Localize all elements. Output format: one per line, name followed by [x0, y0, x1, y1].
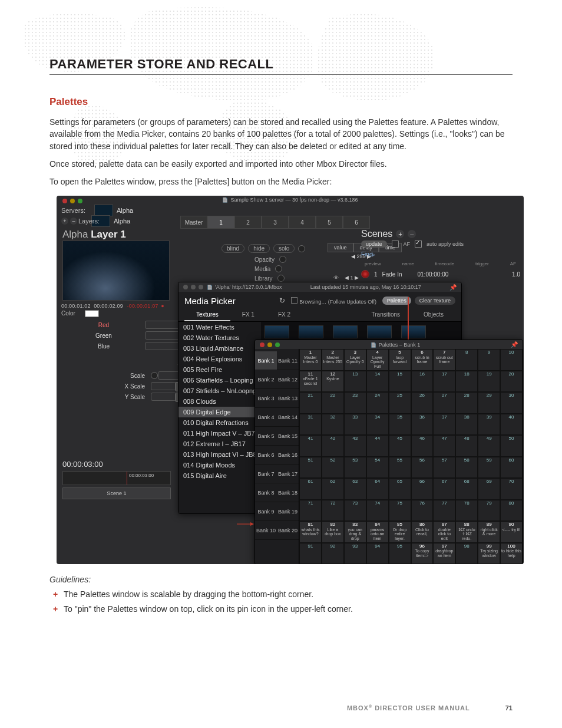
palette-cell[interactable]: 59: [478, 457, 500, 479]
scenes-find[interactable]: Find▹: [361, 251, 520, 258]
mp-traffic-lights[interactable]: [183, 285, 203, 289]
bank-button[interactable]: Bank 3: [255, 389, 277, 408]
palette-cell[interactable]: 46: [411, 435, 434, 457]
palette-cell[interactable]: 66: [411, 478, 434, 500]
server-plusminus[interactable]: +–: [61, 218, 77, 225]
palette-cell[interactable]: 69: [478, 478, 500, 500]
refresh-icon[interactable]: [279, 297, 285, 305]
tab-transitions[interactable]: Transitions: [360, 309, 412, 321]
palette-cell[interactable]: 72: [322, 500, 344, 522]
palette-cell[interactable]: 49: [478, 435, 500, 457]
bank-button[interactable]: Bank 6: [255, 446, 277, 465]
af-checkbox[interactable]: [392, 241, 399, 248]
palette-cell[interactable]: 96To copy item=>: [411, 543, 434, 565]
palette-cell[interactable]: 34: [366, 414, 389, 436]
palette-cell[interactable]: 64: [366, 478, 389, 500]
opacity-radio[interactable]: [279, 256, 286, 263]
palette-cell[interactable]: 16: [411, 371, 434, 393]
bank-button[interactable]: Bank 13: [277, 389, 299, 408]
palette-cell[interactable]: 7scrub out frame: [433, 349, 455, 371]
layer-tab-4[interactable]: 4: [289, 216, 316, 229]
mp-list-item[interactable]: 014 Digital Moods: [178, 460, 261, 470]
auto-apply-checkbox[interactable]: [415, 241, 422, 248]
palette-cell[interactable]: 38: [455, 414, 478, 436]
palette-cell[interactable]: 32: [322, 414, 344, 436]
palette-cell[interactable]: 51: [299, 457, 322, 479]
palette-cell[interactable]: 97drag/drop an item: [433, 543, 455, 565]
mp-follow-checkbox[interactable]: [291, 297, 297, 304]
palette-cell[interactable]: 48: [455, 435, 478, 457]
mp-list-item[interactable]: 003 Liquid Ambiance: [178, 343, 261, 354]
palette-cell[interactable]: 29: [478, 392, 500, 414]
bank-button[interactable]: Bank 5: [255, 427, 277, 446]
bank-button[interactable]: Bank 20: [277, 521, 299, 540]
palette-cell[interactable]: 68: [455, 478, 478, 500]
palette-cell[interactable]: 23: [344, 392, 366, 414]
mp-list-item[interactable]: 001 Water Effects: [178, 322, 261, 332]
palette-cell[interactable]: 88⌘Z undo ⇧⌘Z redo.: [455, 521, 478, 543]
bank-button[interactable]: Bank 16: [277, 446, 299, 465]
palette-cell[interactable]: 75: [389, 500, 411, 522]
palette-cell[interactable]: 91: [299, 543, 322, 565]
palette-cell[interactable]: 89right click & more: [478, 521, 500, 543]
mp-list-item[interactable]: 005 Reel Fire: [178, 364, 261, 375]
palette-cell[interactable]: 5loop forward: [389, 349, 411, 371]
mp-pin-icon[interactable]: [449, 284, 457, 291]
bank-button[interactable]: Bank 2: [255, 370, 277, 389]
scene-row-1[interactable]: 1 Fade In 01:00:00:00 1.0: [361, 270, 520, 278]
palette-cell[interactable]: 26: [411, 392, 434, 414]
mp-list-item[interactable]: 007 Strfields – NnLoopng: [178, 386, 261, 396]
bank-button[interactable]: Bank 8: [255, 483, 277, 502]
mp-list-item[interactable]: 015 Digital Aire: [178, 470, 261, 481]
palette-cell[interactable]: 39: [478, 414, 500, 436]
media-radio[interactable]: [275, 265, 282, 272]
clear-texture-button[interactable]: Clear Texture: [415, 297, 455, 305]
solo-button[interactable]: solo: [273, 244, 295, 253]
palette-cell[interactable]: 8: [455, 349, 478, 371]
palette-cell[interactable]: 42: [322, 435, 344, 457]
palette-cell[interactable]: 24: [366, 392, 389, 414]
palette-cell[interactable]: 77: [433, 500, 455, 522]
palette-cell[interactable]: 43: [344, 435, 366, 457]
scenes-update-button[interactable]: update: [361, 241, 387, 248]
palette-cell[interactable]: 80: [500, 500, 523, 522]
blind-button[interactable]: blind: [222, 244, 244, 253]
palette-cell[interactable]: 14: [366, 371, 389, 393]
palette-cell[interactable]: 41: [299, 435, 322, 457]
mp-texture-list[interactable]: 001 Water Effects002 Water Textures003 L…: [178, 322, 261, 514]
mp-list-item[interactable]: 006 Starfields – Looping: [178, 375, 261, 386]
palette-cell[interactable]: 73: [344, 500, 366, 522]
bank-button[interactable]: Bank 7: [255, 465, 277, 483]
mp-list-item[interactable]: 008 Clouds: [178, 396, 261, 407]
palette-cell[interactable]: 83you can drag & drop: [344, 521, 366, 543]
palette-cell[interactable]: 87double click to edit: [433, 521, 455, 543]
palette-cell[interactable]: 47: [433, 435, 455, 457]
bank-button[interactable]: Bank 11: [277, 351, 299, 370]
bank-button[interactable]: Bank 19: [277, 502, 299, 521]
hide-button[interactable]: hide: [248, 244, 270, 253]
palette-cell[interactable]: 17: [433, 371, 455, 393]
pal-pin-icon[interactable]: [511, 341, 518, 348]
palette-cell[interactable]: 36: [411, 414, 434, 436]
layer-tab-5[interactable]: 5: [316, 216, 343, 229]
palette-cell[interactable]: 85Or drop entire layer.: [389, 521, 411, 543]
palette-cell[interactable]: 19: [478, 371, 500, 393]
mp-list-item[interactable]: 009 Digital Edge: [178, 407, 261, 417]
palette-cell[interactable]: 30: [500, 392, 523, 414]
palette-cell[interactable]: 81whats this window?: [299, 521, 322, 543]
palette-cell[interactable]: 37: [433, 414, 455, 436]
layer-tab-1[interactable]: 1: [207, 216, 234, 229]
palette-cell[interactable]: 92: [322, 543, 344, 565]
value-button[interactable]: value: [328, 243, 353, 252]
palette-cell[interactable]: 53: [344, 457, 366, 479]
palette-cell[interactable]: 9: [478, 349, 500, 371]
palette-cell[interactable]: 12Kystne: [322, 371, 344, 393]
palette-cell[interactable]: 52: [322, 457, 344, 479]
palette-cell[interactable]: 60: [500, 457, 523, 479]
palette-cell[interactable]: 57: [433, 457, 455, 479]
color-swatch[interactable]: [85, 310, 99, 317]
palette-cell[interactable]: 13: [344, 371, 366, 393]
scenes-add-button[interactable]: +: [396, 230, 404, 238]
palette-cell[interactable]: 95: [389, 543, 411, 565]
palette-cell[interactable]: 3Layer Opacity 0: [344, 349, 366, 371]
